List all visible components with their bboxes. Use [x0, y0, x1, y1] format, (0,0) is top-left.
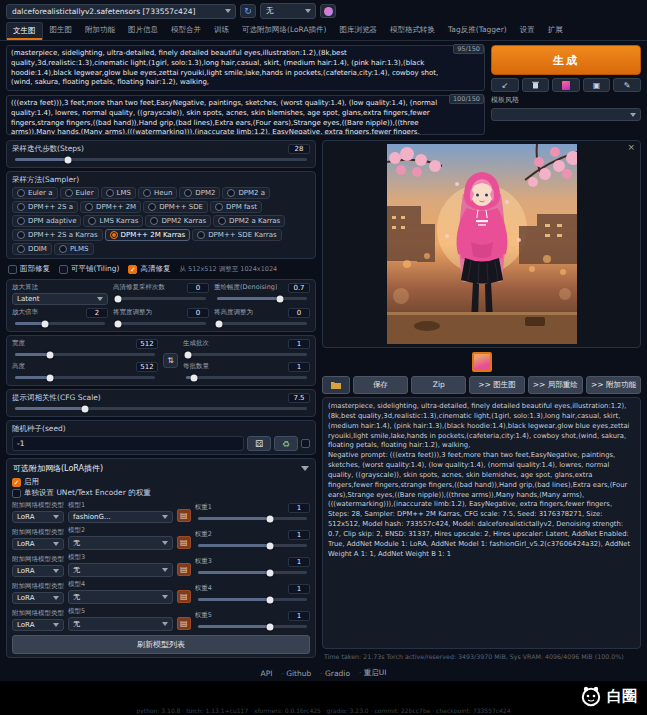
sampler-option[interactable]: DPM2 Karras — [145, 215, 211, 227]
sampler-option-selected[interactable]: DPM++ 2M Karras — [105, 229, 191, 241]
paste-params-button[interactable] — [491, 78, 519, 92]
tab-img2img[interactable]: 图生图 — [44, 22, 79, 40]
upscale-by-slider[interactable] — [15, 322, 105, 325]
refresh-models-button[interactable]: 刷新模型列表 — [12, 635, 310, 654]
lora-weight-value[interactable]: 1 — [288, 557, 310, 567]
batch-size-value[interactable]: 1 — [288, 362, 310, 372]
seed-input[interactable]: -1 — [12, 436, 244, 451]
cfg-slider[interactable] — [15, 407, 307, 410]
sampler-option[interactable]: DDIM — [12, 243, 52, 255]
send-to-inpaint-button[interactable]: >> 局部重绘 — [528, 376, 583, 394]
upscaler-select[interactable]: Latent — [12, 293, 108, 305]
lora-browse-button[interactable] — [177, 509, 191, 522]
lora-model-select[interactable]: fashionG... — [68, 511, 173, 523]
gradio-link[interactable]: Gradio — [320, 669, 350, 678]
lora-enable-checkbox[interactable]: 启用 — [12, 477, 310, 487]
sampler-option[interactable]: DPM2 a Karras — [213, 215, 285, 227]
sampler-option[interactable]: Heun — [138, 187, 177, 199]
swap-dimensions-button[interactable] — [163, 353, 178, 368]
extra-seed-checkbox[interactable] — [301, 439, 310, 448]
height-value[interactable]: 512 — [136, 362, 158, 372]
resize-height-slider[interactable] — [217, 322, 307, 325]
tab-tagger[interactable]: Tag反推(Tagger) — [442, 22, 513, 40]
lora-type-select[interactable]: LoRA — [12, 511, 64, 523]
vae-select[interactable]: 无 — [260, 3, 316, 19]
api-link[interactable]: API — [261, 669, 273, 678]
lora-browse-button[interactable] — [177, 590, 191, 603]
denoising-value[interactable]: 0.7 — [288, 283, 310, 293]
sampler-option[interactable]: DPM++ 2S a — [12, 201, 78, 213]
sampler-option[interactable]: Euler — [60, 187, 99, 199]
hires-steps-value[interactable]: 0 — [187, 283, 209, 293]
github-link[interactable]: Github — [281, 669, 311, 678]
lora-weight-slider[interactable] — [198, 625, 307, 628]
sampler-option[interactable]: LMS — [101, 187, 136, 199]
open-folder-button[interactable] — [322, 376, 350, 394]
upscale-by-value[interactable]: 2 — [86, 308, 108, 318]
lora-browse-button[interactable] — [177, 563, 191, 576]
restore-faces-checkbox[interactable]: 面部修复 — [8, 264, 50, 274]
sampler-option[interactable]: DPM++ SDE Karras — [192, 229, 281, 241]
lora-accordion-header[interactable]: 可选附加网络(LoRA插件) — [12, 462, 310, 476]
gallery-thumbnail[interactable] — [472, 352, 492, 372]
theme-palette-button[interactable] — [320, 4, 336, 18]
generate-button[interactable]: 生成 — [491, 45, 641, 75]
hires-steps-slider[interactable] — [116, 297, 206, 300]
random-seed-button[interactable] — [247, 436, 271, 451]
batch-count-value[interactable]: 1 — [288, 339, 310, 349]
apply-style-button[interactable] — [583, 78, 611, 92]
steps-value[interactable]: 28 — [288, 144, 310, 154]
lora-model-select[interactable]: 无 — [68, 590, 173, 604]
denoising-slider[interactable] — [217, 297, 307, 300]
lora-weight-slider[interactable] — [198, 517, 307, 520]
negative-prompt-input[interactable]: (((extra feet))),3 feet,more than two fe… — [6, 95, 485, 135]
reuse-seed-button[interactable] — [274, 436, 298, 451]
sampler-option[interactable]: Euler a — [12, 187, 58, 199]
sampler-option[interactable]: LMS Karras — [83, 215, 143, 227]
resize-width-value[interactable]: 0 — [187, 308, 209, 318]
lora-weight-value[interactable]: 1 — [288, 530, 310, 540]
resize-height-value[interactable]: 0 — [288, 308, 310, 318]
tiling-checkbox[interactable]: 可平铺(Tiling) — [59, 264, 119, 274]
lora-browse-button[interactable] — [177, 617, 191, 630]
extra-networks-button[interactable] — [552, 78, 580, 92]
lora-weight-slider[interactable] — [198, 544, 307, 547]
lora-model-select[interactable]: 无 — [68, 536, 173, 550]
sampler-option[interactable]: DPM2 a — [222, 187, 270, 199]
width-value[interactable]: 512 — [136, 339, 158, 349]
batch-size-slider[interactable] — [186, 376, 307, 379]
width-slider[interactable] — [15, 353, 155, 356]
cfg-value[interactable]: 7.5 — [288, 393, 310, 403]
sampler-option[interactable]: DPM++ 2S a Karras — [12, 229, 103, 241]
lora-browse-button[interactable] — [177, 536, 191, 549]
lora-type-select[interactable]: LoRA — [12, 592, 64, 604]
lora-model-select[interactable]: 无 — [68, 617, 173, 631]
lora-separate-weights-checkbox[interactable]: 单独设置 UNet/Text Encoder 的权重 — [12, 488, 310, 498]
tab-image-browser[interactable]: 图库浏览器 — [334, 22, 384, 40]
styles-select[interactable] — [491, 108, 641, 121]
tab-pnginfo[interactable]: 图片信息 — [122, 22, 164, 40]
close-icon[interactable] — [627, 142, 635, 152]
sampler-option[interactable]: DPM++ 2M — [80, 201, 141, 213]
send-to-img2img-button[interactable]: >> 图生图 — [469, 376, 524, 394]
sampler-option[interactable]: PLMS — [54, 243, 94, 255]
sampler-option[interactable]: DPM adaptive — [12, 215, 81, 227]
checkpoint-select[interactable]: dalceforealistictallyv2.safetensors [733… — [6, 4, 236, 19]
height-slider[interactable] — [15, 376, 155, 379]
sampler-option[interactable]: DPM++ SDE — [143, 201, 208, 213]
save-button[interactable]: 保存 — [353, 376, 408, 394]
lora-type-select[interactable]: LoRA — [12, 538, 64, 550]
restart-ui-link[interactable]: 重启UI — [359, 668, 386, 678]
prompt-input[interactable]: (masterpiece, sidelighting, ultra-detail… — [6, 45, 485, 91]
lora-type-select[interactable]: LoRA — [12, 565, 64, 577]
sampler-option[interactable]: DPM2 — [179, 187, 220, 199]
lora-weight-slider[interactable] — [198, 571, 307, 574]
lora-weight-value[interactable]: 1 — [288, 503, 310, 513]
tab-checkpoint-merger[interactable]: 模型合并 — [165, 22, 207, 40]
tab-extensions[interactable]: 扩展 — [542, 22, 569, 40]
generated-image[interactable] — [387, 144, 577, 344]
lora-model-select[interactable]: 无 — [68, 563, 173, 577]
tab-model-converter[interactable]: 模型格式转换 — [384, 22, 441, 40]
tab-settings[interactable]: 设置 — [514, 22, 541, 40]
steps-slider[interactable] — [15, 158, 307, 161]
